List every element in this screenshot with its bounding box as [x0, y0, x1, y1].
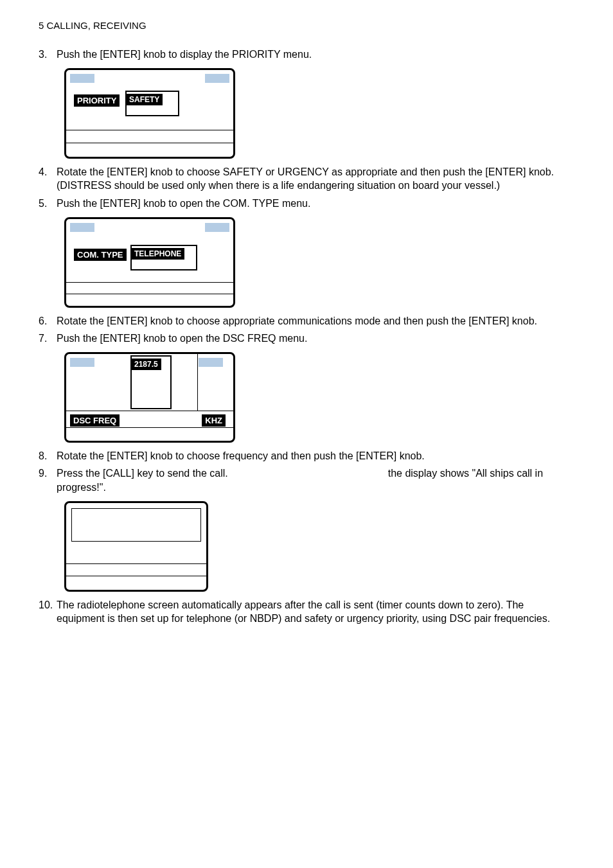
comtype-label: COM. TYPE [74, 249, 127, 261]
freq-value-box: 2187.5 [130, 355, 172, 409]
priority-value-box: SAFETY [125, 91, 179, 116]
progress-inner-box [71, 508, 201, 542]
divider [66, 143, 233, 143]
item-9-part-a: Press the [CALL] key to send the call. [57, 468, 228, 479]
list-item-4: 4. Rotate the [ENTER] knob to choose SAF… [39, 165, 574, 193]
divider [66, 427, 233, 428]
item-number: 3. [39, 48, 57, 62]
item-number: 9. [39, 466, 57, 494]
divider [66, 411, 233, 411]
priority-label: PRIORITY [74, 94, 120, 107]
corner-block [205, 74, 229, 83]
screen-priority: PRIORITY SAFETY [64, 68, 235, 159]
item-number: 6. [39, 314, 57, 328]
divider [66, 282, 233, 283]
list-item-5: 5. Push the [ENTER] knob to open the COM… [39, 197, 574, 211]
item-text: Push the [ENTER] knob to display the PRI… [57, 48, 574, 62]
item-text: The radiotelephone screen automatically … [57, 598, 574, 626]
screen-progress [64, 501, 208, 592]
divider [66, 576, 206, 576]
divider-vertical [197, 354, 198, 411]
list-item-6: 6. Rotate the [ENTER] knob to choose app… [39, 314, 574, 328]
list-item-7: 7. Push the [ENTER] knob to open the DSC… [39, 332, 574, 346]
item-text: Rotate the [ENTER] knob to choose freque… [57, 449, 574, 463]
corner-block [70, 74, 94, 83]
item-text: Rotate the [ENTER] knob to choose approp… [57, 314, 574, 328]
corner-block [205, 223, 229, 232]
freq-value: 2187.5 [131, 359, 161, 370]
khz-label: KHZ [202, 414, 226, 427]
divider [66, 563, 206, 564]
corner-block [199, 358, 223, 367]
corner-block [70, 223, 94, 232]
item-number: 10. [39, 598, 57, 626]
list-item-3: 3. Push the [ENTER] knob to display the … [39, 48, 574, 62]
list-item-10: 10. The radiotelephone screen automatica… [39, 598, 574, 626]
corner-block [70, 358, 94, 367]
list-item-9: 9. Press the [CALL] key to send the call… [39, 466, 574, 494]
dscfreq-label: DSC FREQ [70, 414, 120, 427]
item-number: 5. [39, 197, 57, 211]
screen-dscfreq: 2187.5 DSC FREQ KHZ [64, 352, 235, 443]
item-number: 7. [39, 332, 57, 346]
divider [66, 294, 233, 294]
item-text: Push the [ENTER] knob to open the COM. T… [57, 197, 574, 211]
safety-value: SAFETY [126, 94, 163, 105]
list-item-8: 8. Rotate the [ENTER] knob to choose fre… [39, 449, 574, 463]
page-header: 5 CALLING, RECEIVING [39, 19, 574, 32]
telephone-value: TELEPHONE [131, 248, 184, 260]
screen-comtype: COM. TYPE TELEPHONE [64, 217, 235, 308]
item-text: Push the [ENTER] knob to open the DSC FR… [57, 332, 574, 346]
item-text: Press the [CALL] key to send the call. t… [57, 466, 574, 494]
item-text: Rotate the [ENTER] knob to choose SAFETY… [57, 165, 574, 193]
comtype-value-box: TELEPHONE [130, 245, 197, 270]
item-number: 4. [39, 165, 57, 193]
item-number: 8. [39, 449, 57, 463]
divider [66, 130, 233, 130]
